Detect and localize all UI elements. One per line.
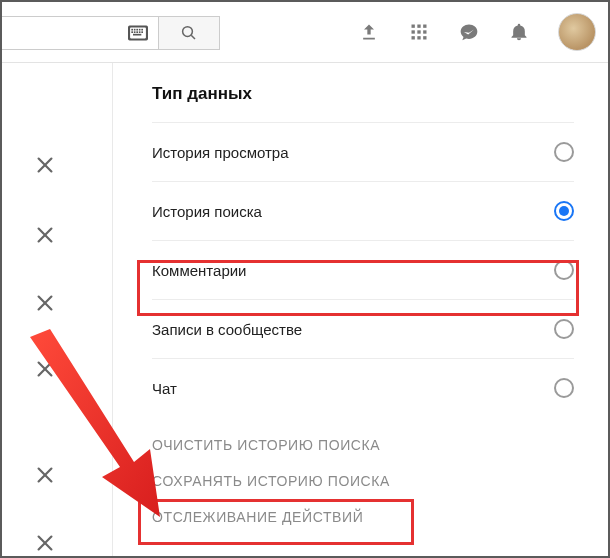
data-type-panel: Тип данных История просмотра История пои… xyxy=(112,62,608,556)
svg-rect-10 xyxy=(139,31,141,33)
option-label: Комментарии xyxy=(152,262,246,279)
option-community-posts[interactable]: Записи в сообществе xyxy=(152,299,574,358)
svg-rect-7 xyxy=(131,31,133,33)
search-icon xyxy=(180,24,198,42)
panel-title: Тип данных xyxy=(152,84,574,104)
svg-rect-16 xyxy=(417,25,420,28)
radio-icon xyxy=(554,142,574,162)
option-label: Записи в сообществе xyxy=(152,321,302,338)
svg-rect-4 xyxy=(136,29,138,31)
bell-icon[interactable] xyxy=(508,21,530,43)
action-keep-search-history[interactable]: Сохранять историю поиска xyxy=(152,463,574,499)
apps-icon[interactable] xyxy=(408,21,430,43)
svg-rect-11 xyxy=(141,31,143,33)
action-activity-tracking[interactable]: Отслеживание действий xyxy=(152,499,574,535)
svg-rect-19 xyxy=(417,30,420,33)
option-history-view[interactable]: История просмотра xyxy=(152,122,574,181)
topbar-icons xyxy=(358,2,596,62)
option-history-search[interactable]: История поиска xyxy=(152,181,574,240)
svg-line-14 xyxy=(191,35,195,39)
svg-rect-3 xyxy=(134,29,136,31)
option-label: Чат xyxy=(152,380,177,397)
svg-rect-17 xyxy=(423,25,426,28)
upload-icon[interactable] xyxy=(358,21,380,43)
search-button[interactable] xyxy=(158,16,220,50)
close-icon[interactable] xyxy=(34,224,56,246)
svg-rect-22 xyxy=(417,36,420,39)
svg-rect-21 xyxy=(412,36,415,39)
app-window: Тип данных История просмотра История пои… xyxy=(0,0,610,558)
search-box xyxy=(0,16,220,50)
left-column xyxy=(2,62,113,556)
option-label: История просмотра xyxy=(152,144,289,161)
option-label: История поиска xyxy=(152,203,262,220)
keyboard-icon[interactable] xyxy=(128,24,148,42)
close-icon[interactable] xyxy=(34,358,56,380)
close-icon[interactable] xyxy=(34,292,56,314)
radio-icon xyxy=(554,378,574,398)
messages-icon[interactable] xyxy=(458,21,480,43)
option-chat[interactable]: Чат xyxy=(152,358,574,417)
svg-rect-23 xyxy=(423,36,426,39)
svg-rect-8 xyxy=(134,31,136,33)
radio-icon xyxy=(554,201,574,221)
close-icon[interactable] xyxy=(34,464,56,486)
svg-rect-6 xyxy=(141,29,143,31)
action-clear-search-history[interactable]: Очистить историю поиска xyxy=(152,427,574,463)
close-icon[interactable] xyxy=(34,154,56,176)
radio-icon xyxy=(554,260,574,280)
close-icon[interactable] xyxy=(34,532,56,554)
svg-rect-9 xyxy=(136,31,138,33)
svg-rect-5 xyxy=(139,29,141,31)
svg-rect-15 xyxy=(412,25,415,28)
svg-rect-18 xyxy=(412,30,415,33)
radio-icon xyxy=(554,319,574,339)
svg-rect-2 xyxy=(131,29,133,31)
panel-actions: Очистить историю поиска Сохранять истори… xyxy=(152,427,574,535)
svg-point-13 xyxy=(183,27,193,37)
avatar[interactable] xyxy=(558,13,596,51)
option-comments[interactable]: Комментарии xyxy=(152,240,574,299)
svg-rect-12 xyxy=(133,34,141,36)
top-bar xyxy=(2,2,608,63)
svg-rect-20 xyxy=(423,30,426,33)
